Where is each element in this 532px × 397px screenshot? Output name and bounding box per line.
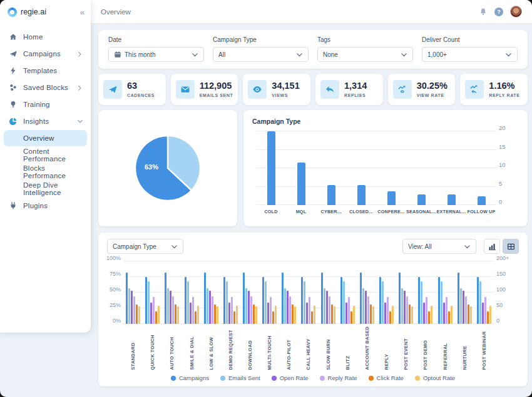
view-select[interactable]: View: All [402,239,476,254]
calendar-icon [114,51,121,58]
avatar[interactable] [510,6,522,18]
chevron-right-icon [77,84,83,91]
sidebar-item-home[interactable]: Home [4,29,87,45]
sidebar-item-plugins[interactable]: Plugins [4,198,87,214]
x-tick-label: LOW & SLOW [208,326,214,370]
bar-open-rate [463,291,464,324]
filter-select[interactable]: 1,000+ [422,47,518,62]
bar-emails-sent [284,288,286,324]
plug-icon [8,201,19,210]
sidebar-item-overview[interactable]: Overview [4,130,87,146]
left-tick-label: 50% [110,286,121,293]
x-tick-label: BLITZ [345,326,350,370]
right-tick-label: 50 [496,302,503,308]
bar-open-rate [482,303,484,324]
bar-group [182,261,201,324]
x-tick-label: STANDARD [130,326,136,370]
bar-click-rate [136,304,138,324]
sidebar-item-templates[interactable]: Templates [4,63,87,79]
chart-view-button[interactable] [484,239,500,254]
sidebar-item-content-performance[interactable]: Content Performance [4,147,87,163]
bell-icon[interactable] [479,8,488,16]
bar-campaigns [204,273,206,324]
right-tick-label: 100 [496,286,506,293]
bar-click-rate [292,304,294,324]
bar-click-rate [195,311,197,324]
bar-reply-rate [289,296,291,324]
bar-campaigns [360,273,362,324]
filter-select[interactable]: All [213,47,309,62]
bar-open-rate [326,291,328,324]
bar-group [123,261,143,324]
y-tick-label: 20 [499,124,506,131]
bar-emails-sent [304,281,305,324]
bar-optout-rate [217,306,218,324]
bar [448,194,456,205]
group-by-select[interactable]: Campaign Type [107,239,183,254]
bar-group [162,261,182,324]
bar-click-rate [370,304,372,324]
bar-emails-sent [441,281,442,324]
filter-select[interactable]: None [317,47,413,62]
y-tick-label: 0 [499,198,502,205]
bar-reply-rate [231,297,233,324]
y-tick-label: 5 [499,179,502,186]
sidebar-item-blocks-performance[interactable]: Blocks Performance [4,164,87,180]
table-view-button[interactable] [503,239,519,254]
bar-click-rate [350,311,352,324]
bar-emails-sent [187,281,189,324]
left-tick-label: 100% [106,255,121,261]
pie-chart-card: 63% [98,110,237,226]
legend-dot-icon [320,376,325,381]
bar-group [143,261,162,324]
filter-campaign-type: Campaign TypeAll [213,36,309,63]
help-icon[interactable]: ? [494,8,503,16]
bar-group [299,261,318,324]
sidebar-item-training[interactable]: Training [4,96,87,113]
stats-row: 63CADENCES112,905EMAILS SENT34,151VIEWS1… [98,74,528,105]
stat-card-reply-rate: 1.16%REPLY RATE [460,74,528,105]
bar-reply-rate [192,297,194,324]
bar-reply-rate [465,296,467,324]
legend-dot-icon [171,376,176,381]
campaign-type-chart: 05101520 [256,131,496,205]
pie-slice-label: 63% [145,163,158,171]
sidebar-item-insights[interactable]: Insights [4,113,87,129]
stat-card-replies: 1,314REPLIES [315,74,383,105]
bar-reply-rate [329,296,330,324]
stat-label: CADENCES [127,93,155,98]
bar-open-rate [170,291,171,324]
y-tick-label: 15 [499,143,506,149]
bar-open-rate [365,291,367,324]
bar-optout-rate [372,306,374,324]
bar-campaigns [262,277,264,324]
chevron-right-icon [77,51,83,57]
home-icon [8,33,19,41]
bar-emails-sent [207,288,208,324]
bolt-icon [8,66,19,75]
sidebar-item-deep-dive-intelligence[interactable]: Deep Dive Intelligence [4,181,87,197]
collapse-sidebar-icon[interactable]: « [80,8,84,17]
stat-card-view-rate: 30.25%VIEW RATE [388,74,456,105]
topbar: Overview ? [91,0,532,24]
legend-item-open-rate: Open Rate [272,374,309,381]
app-window: regie.ai « HomeCampaignsTemplatesSaved B… [0,0,532,397]
x-tick-label: FOLLOW UP [466,209,496,214]
legend-dot-icon [220,376,225,381]
legend-item-campaigns: Campaigns [171,374,209,381]
x-tick-label: MQL [286,209,316,214]
regie-logo-icon [8,8,17,17]
right-tick-label: 200+ [496,255,509,261]
sidebar-nav: HomeCampaignsTemplatesSaved BlocksTraini… [0,24,91,214]
sidebar-item-campaigns[interactable]: Campaigns [4,46,87,62]
bar [417,194,426,205]
view-value: View: All [408,243,464,250]
filter-select[interactable]: This month [108,47,204,62]
bar-emails-sent [324,288,325,324]
legend-item-emails-sent: Emails Sent [220,374,260,381]
reply-rate-icon [465,80,484,99]
sidebar-item-saved-blocks[interactable]: Saved Blocks [4,79,87,96]
bar-emails-sent [382,281,384,324]
bar-click-rate [331,304,333,324]
bar-reply-rate [426,297,427,324]
